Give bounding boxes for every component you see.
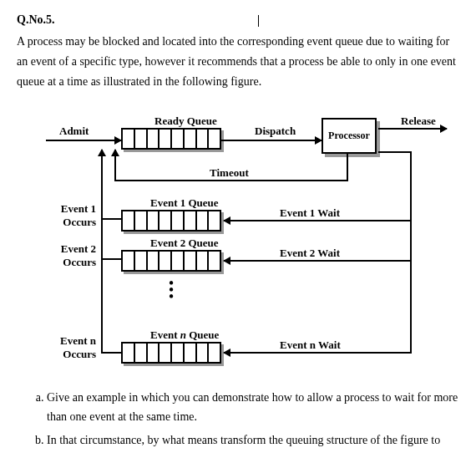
label-event1-wait: Event 1 Wait bbox=[280, 206, 340, 220]
text-cursor bbox=[258, 15, 259, 27]
subquestion-a: Give an example in which you can demonst… bbox=[47, 389, 459, 426]
eventn-occurs-line bbox=[101, 352, 121, 354]
occurs-bus-vline bbox=[101, 150, 103, 354]
ellipsis-dots: ••• bbox=[163, 280, 180, 300]
label-admit: Admit bbox=[59, 125, 89, 138]
processor-label: Processor bbox=[328, 130, 370, 141]
eventn-wait-line bbox=[224, 352, 412, 354]
question-number: Q.No.5. bbox=[17, 13, 459, 27]
label-ready-queue: Ready Queue bbox=[154, 115, 217, 128]
label-eventn-queue: Event n Queue bbox=[150, 328, 219, 342]
arrow-release bbox=[378, 128, 447, 130]
event2-queue-box bbox=[121, 250, 221, 272]
wait-bus-vline bbox=[410, 153, 412, 354]
event2-occurs-line bbox=[101, 258, 121, 260]
event2-wait-line bbox=[224, 260, 412, 262]
process-state-diagram: Admit Ready Queue Dispatch Processor Rel… bbox=[21, 113, 455, 372]
event1-occurs-line bbox=[101, 218, 121, 220]
eventn-queue-box bbox=[121, 342, 221, 364]
timeout-up-to-ready bbox=[114, 150, 116, 181]
label-timeout: Timeout bbox=[210, 166, 249, 180]
label-event2-wait: Event 2 Wait bbox=[280, 247, 340, 260]
wait-bus-top bbox=[378, 151, 412, 153]
label-event2-occurs: Event 2 Occurs bbox=[49, 242, 96, 269]
timeout-down bbox=[347, 153, 348, 181]
question-intro: A process may be blocked and located int… bbox=[17, 32, 459, 91]
event1-wait-line bbox=[224, 220, 412, 221]
ready-queue-box bbox=[121, 128, 221, 150]
timeout-across bbox=[114, 180, 348, 181]
arrow-dispatch bbox=[221, 140, 322, 141]
question-number-text: Q.No.5. bbox=[17, 13, 55, 26]
event1-queue-box bbox=[121, 210, 221, 232]
arrow-admit bbox=[46, 140, 121, 141]
label-event2-queue: Event 2 Queue bbox=[150, 237, 219, 250]
subquestion-list: Give an example in which you can demonst… bbox=[17, 389, 459, 453]
processor-box: Processor bbox=[322, 118, 377, 154]
label-eventn-wait: Event n Wait bbox=[280, 338, 341, 352]
label-dispatch: Dispatch bbox=[255, 125, 296, 138]
label-release: Release bbox=[401, 115, 436, 128]
label-event1-occurs: Event 1 Occurs bbox=[49, 202, 96, 229]
label-eventn-occurs: Event n Occurs bbox=[49, 334, 96, 361]
label-event1-queue: Event 1 Queue bbox=[150, 196, 219, 210]
subquestion-b: In that circumstance, by what means tran… bbox=[47, 431, 459, 453]
